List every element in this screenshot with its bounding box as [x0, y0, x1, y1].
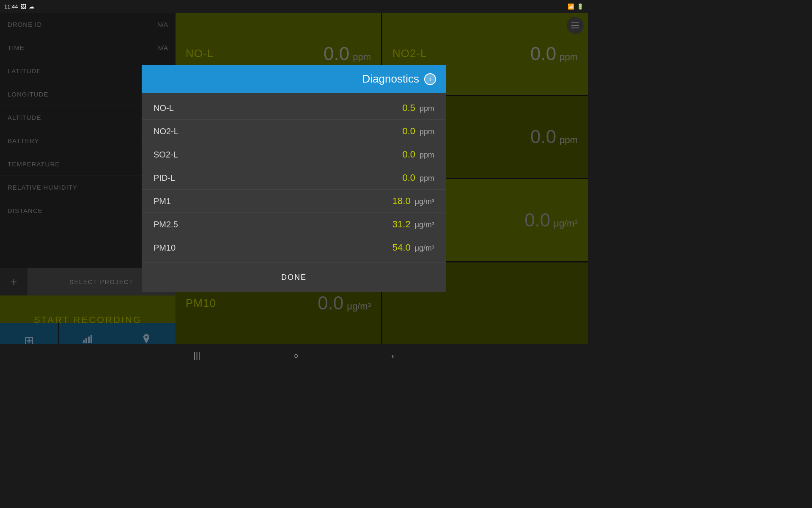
- android-home-button[interactable]: ○: [293, 351, 298, 361]
- diagnostic-row-pm1: PM1 18.0 μg/m³: [142, 190, 446, 213]
- diag-label-pm1: PM1: [154, 196, 171, 206]
- diag-unit-no-l: ppm: [420, 104, 434, 113]
- battery-icon: 🔋: [577, 3, 584, 10]
- diagnostic-row-no-l: NO-L 0.5 ppm: [142, 97, 446, 120]
- diag-unit-so2-l: ppm: [420, 151, 434, 160]
- diag-value-group-pm1: 18.0 μg/m³: [390, 196, 434, 207]
- modal-body: NO-L 0.5 ppm NO2-L 0.0 ppm SO2-L 0.0: [142, 93, 446, 262]
- diagnostic-row-pm2-5: PM2.5 31.2 μg/m³: [142, 213, 446, 236]
- diag-value-pm1: 18.0: [390, 196, 411, 207]
- diag-value-so2-l: 0.0: [394, 149, 415, 160]
- notification-icon: ☁: [29, 3, 34, 10]
- diag-value-group-no-l: 0.5 ppm: [394, 102, 434, 113]
- diag-unit-pm2-5: μg/m³: [415, 221, 434, 229]
- modal-header: Diagnostics i: [142, 65, 446, 93]
- diag-value-group-pm2-5: 31.2 μg/m³: [390, 219, 434, 230]
- diagnostic-row-so2-l: SO2-L 0.0 ppm: [142, 143, 446, 166]
- diag-label-so2-l: SO2-L: [154, 150, 178, 160]
- android-back-button[interactable]: ‹: [392, 351, 395, 361]
- diag-unit-pm10: μg/m³: [415, 244, 434, 253]
- status-left: 11:44 🖼 ☁: [4, 3, 34, 10]
- diag-value-pm10: 54.0: [390, 242, 411, 253]
- diagnostics-overlay: Diagnostics i NO-L 0.5 ppm NO2-L 0.0 ppm: [0, 13, 588, 344]
- android-nav-bar: ||| ○ ‹: [0, 344, 588, 367]
- diag-label-no-l: NO-L: [154, 103, 174, 113]
- diag-value-group-pid-l: 0.0 ppm: [394, 172, 434, 183]
- diag-label-no2-l: NO2-L: [154, 127, 178, 136]
- diagnostic-row-pm10: PM10 54.0 μg/m³: [142, 236, 446, 259]
- diag-unit-pm1: μg/m³: [415, 197, 434, 206]
- diag-value-no-l: 0.5: [394, 102, 415, 113]
- diagnostic-row-pid-l: PID-L 0.0 ppm: [142, 166, 446, 190]
- time-display: 11:44: [4, 3, 18, 10]
- modal-footer: DONE: [142, 262, 446, 292]
- diagnostic-row-no2-l: NO2-L 0.0 ppm: [142, 120, 446, 143]
- wifi-icon: 📶: [568, 3, 574, 10]
- diagnostics-modal: Diagnostics i NO-L 0.5 ppm NO2-L 0.0 ppm: [142, 65, 446, 292]
- diag-value-group-no2-l: 0.0 ppm: [394, 126, 434, 137]
- status-right: 📶 🔋: [568, 3, 584, 10]
- diag-unit-no2-l: ppm: [420, 127, 434, 136]
- diag-unit-pid-l: ppm: [420, 174, 434, 183]
- diag-label-pm10: PM10: [154, 243, 176, 253]
- android-menu-button[interactable]: |||: [194, 351, 200, 361]
- diag-value-group-pm10: 54.0 μg/m³: [390, 242, 434, 253]
- diag-value-pm2-5: 31.2: [390, 219, 411, 230]
- diag-label-pm2-5: PM2.5: [154, 220, 178, 229]
- status-bar: 11:44 🖼 ☁ 📶 🔋: [0, 0, 588, 13]
- done-button[interactable]: DONE: [268, 270, 320, 285]
- diag-value-no2-l: 0.0: [394, 126, 415, 137]
- diag-value-group-so2-l: 0.0 ppm: [394, 149, 434, 160]
- info-icon[interactable]: i: [424, 73, 436, 85]
- diag-value-pid-l: 0.0: [394, 172, 415, 183]
- screenshot-icon: 🖼: [21, 3, 26, 10]
- diag-label-pid-l: PID-L: [154, 173, 175, 183]
- modal-title: Diagnostics: [362, 72, 419, 86]
